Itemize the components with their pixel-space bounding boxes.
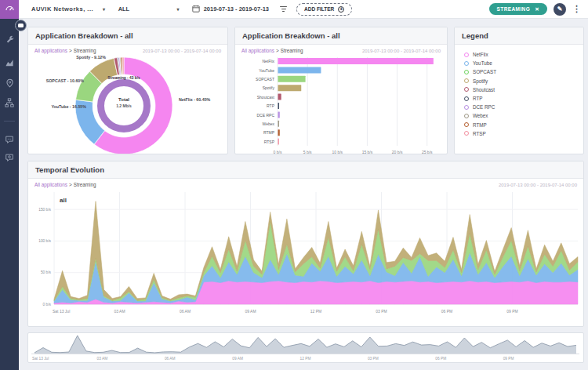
sidebar-item-support[interactable] xyxy=(0,151,19,166)
svg-text:Shoutcast: Shoutcast xyxy=(257,95,275,100)
svg-text:09 PM: 09 PM xyxy=(506,309,517,314)
svg-text:YouTube: YouTube xyxy=(259,68,274,73)
bar-rtmp[interactable] xyxy=(278,129,280,136)
legend-item-sopcast[interactable]: SOPCAST xyxy=(464,67,583,76)
legend-item-shoutcast[interactable]: Shoutcast xyxy=(464,85,583,94)
breadcrumb-link[interactable]: All applications xyxy=(241,48,274,53)
bar-rtp[interactable] xyxy=(278,103,280,109)
legend-item-youtube[interactable]: YouTube xyxy=(464,59,583,67)
pencil-icon: ✎ xyxy=(557,5,563,13)
svg-text:15 b/s: 15 b/s xyxy=(362,150,373,154)
svg-text:5 b/s: 5 b/s xyxy=(303,150,312,154)
breadcrumb-separator: > xyxy=(69,48,72,53)
bar-webex[interactable] xyxy=(278,121,280,127)
svg-text:SOPCAST: SOPCAST xyxy=(256,77,274,82)
sidebar-item-messages[interactable] xyxy=(0,132,19,148)
legend-label: DCE RPC xyxy=(473,104,495,110)
card-title: Legend xyxy=(455,27,583,45)
bar-spotify[interactable] xyxy=(278,85,302,91)
legend-item-rtsp[interactable]: RTSP xyxy=(464,129,583,138)
timeline-navigator[interactable]: Sat 13 Jul03 AM06 AM09 AM12 PM03 PM06 PM… xyxy=(27,332,584,363)
svg-text:03 PM: 03 PM xyxy=(368,357,379,361)
svg-text:03 AM: 03 AM xyxy=(114,309,125,314)
bar-sopcast[interactable] xyxy=(278,76,306,82)
legend-label: Spotify xyxy=(473,78,488,84)
legend-dot xyxy=(464,87,469,92)
svg-text:12 PM: 12 PM xyxy=(300,357,311,361)
breadcrumb-link[interactable]: All applications xyxy=(34,182,67,187)
donut-label-netflix: NetFlix - 60.45% xyxy=(179,97,210,102)
sidebar-item-dashboard[interactable] xyxy=(0,0,19,19)
svg-text:RTMP: RTMP xyxy=(263,130,275,135)
svg-text:09 AM: 09 AM xyxy=(245,309,256,314)
legend-item-webex[interactable]: Webex xyxy=(464,111,583,120)
map-pin-icon xyxy=(5,77,14,91)
legend-item-dce-rpc[interactable]: DCE RPC xyxy=(464,103,583,111)
bar-shoutcast[interactable] xyxy=(278,94,281,100)
legend-dot xyxy=(464,131,469,136)
temporal-evolution-card: Temporal Evolution All applications > St… xyxy=(27,161,584,327)
legend-item-rtp[interactable]: RTP xyxy=(464,94,583,103)
chevron-down-icon: ▾ xyxy=(103,6,106,12)
panel-icon xyxy=(18,24,24,27)
legend-dot xyxy=(464,114,469,118)
breadcrumb-current: Streaming xyxy=(74,48,96,53)
breadcrumb-link[interactable]: All applications xyxy=(34,48,67,53)
legend-label: Webex xyxy=(473,113,488,118)
donut-center-label: Total 1.2 Mb/s xyxy=(93,97,155,108)
svg-text:all: all xyxy=(60,197,67,204)
navigator-chart-svg[interactable]: Sat 13 Jul03 AM06 AM09 AM12 PM03 PM06 PM… xyxy=(28,333,583,361)
legend-dot xyxy=(464,105,469,110)
temporal-chart-svg[interactable]: 0 b/s50 b/s100 b/s150 b/sSat 13 Jul03 AM… xyxy=(28,188,583,326)
bar-youtube[interactable] xyxy=(278,67,321,73)
main-content: Application Breakdown - all All applicat… xyxy=(19,19,588,370)
bar-dce-rpc[interactable] xyxy=(278,111,280,118)
bar-rtsp[interactable] xyxy=(278,139,279,145)
edit-button[interactable]: ✎ xyxy=(554,3,566,16)
add-filter-button[interactable]: ADD FILTER + xyxy=(296,3,352,16)
streaming-filter-chip[interactable]: STREAMING ✕ xyxy=(489,3,547,15)
filter-chip-label: STREAMING xyxy=(497,6,531,12)
svg-text:03 AM: 03 AM xyxy=(97,357,108,361)
date-range-label: 2019-07-13 - 2019-07-13 xyxy=(204,5,269,13)
kebab-menu-button[interactable]: ⋮ xyxy=(572,7,581,12)
sidebar-item-topology[interactable] xyxy=(0,96,19,111)
svg-text:Spotify: Spotify xyxy=(263,85,275,90)
legend-dot xyxy=(464,61,469,66)
date-range-picker[interactable]: 2019-07-13 - 2019-07-13 xyxy=(192,5,269,14)
scope-selector[interactable]: ALL ▾ xyxy=(118,5,180,13)
legend-item-spotify[interactable]: Spotify xyxy=(464,77,583,85)
sidebar xyxy=(0,0,19,370)
filter-icon[interactable] xyxy=(280,6,287,12)
donut-label-youtube: YouTube - 16.55% xyxy=(51,104,86,109)
sidebar-item-tools[interactable] xyxy=(0,32,19,48)
svg-text:DCE RPC: DCE RPC xyxy=(256,113,274,118)
legend-label: NetFlix xyxy=(473,52,488,57)
card-date-range: 2019-07-13 00:00 - 2019-07-14 00:00 xyxy=(143,49,221,53)
legend-label: SOPCAST xyxy=(473,69,496,74)
breadcrumb-current: Streaming xyxy=(74,182,96,187)
bar-netflix[interactable] xyxy=(278,58,434,64)
svg-text:25 b/s: 25 b/s xyxy=(422,150,433,154)
svg-text:06 AM: 06 AM xyxy=(180,309,191,314)
svg-text:100 b/s: 100 b/s xyxy=(38,239,51,243)
close-icon: ✕ xyxy=(535,6,539,13)
legend-list: NetFlixYouTubeSOPCASTSpotifyShoutcastRTP… xyxy=(455,45,583,138)
donut-slice-rtsp[interactable] xyxy=(122,57,124,74)
svg-text:150 b/s: 150 b/s xyxy=(38,208,51,212)
legend-dot xyxy=(464,53,469,57)
gauge-icon xyxy=(5,2,15,16)
legend-item-netflix[interactable]: NetFlix xyxy=(464,50,583,59)
org-selector[interactable]: AUVIK Networks, ... ▾ xyxy=(31,5,106,13)
chat-bubble-icon xyxy=(5,133,14,147)
breadcrumb-separator: > xyxy=(276,48,279,53)
legend-item-rtmp[interactable]: RTMP xyxy=(464,121,583,129)
navigator-area xyxy=(34,336,576,354)
panel-toggle-button[interactable] xyxy=(15,20,27,31)
svg-text:06 AM: 06 AM xyxy=(165,357,176,361)
donut-chart[interactable]: Spotify - 9.12% SOPCAST - 10.60% YouTube… xyxy=(28,54,227,154)
sidebar-item-traffic[interactable] xyxy=(0,56,19,71)
sidebar-item-locations[interactable] xyxy=(0,76,19,92)
bar-chart-svg[interactable]: 0 b/s5 b/s10 b/s15 b/s20 b/s25 b/sNetFli… xyxy=(235,54,447,154)
chat-help-icon xyxy=(5,151,14,165)
